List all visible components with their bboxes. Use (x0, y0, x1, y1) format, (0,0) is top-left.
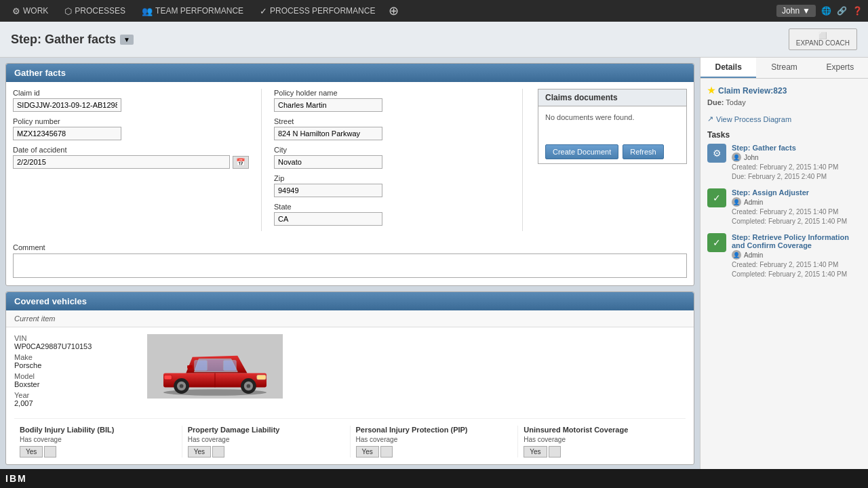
step-dropdown-button[interactable]: ▼ (120, 35, 134, 45)
pip-yes-button[interactable]: Yes (356, 446, 379, 458)
vin-value: WP0CA29887U710153 (14, 342, 136, 350)
state-label: State (274, 203, 510, 211)
create-document-button[interactable]: Create Document (545, 144, 618, 159)
task-gather-facts-name[interactable]: Step: Gather facts (732, 144, 861, 152)
nav-team-performance[interactable]: 👥 TEAM PERFORMANCE (135, 3, 250, 19)
state-input[interactable] (274, 212, 382, 226)
policy-holder-input[interactable] (274, 98, 382, 112)
policy-number-input[interactable] (13, 127, 121, 140)
pdl-title: Property Damage Liability (188, 426, 344, 434)
date-of-accident-input[interactable] (13, 155, 230, 169)
tab-experts[interactable]: Experts (812, 58, 868, 78)
tab-details[interactable]: Details (701, 58, 756, 78)
task-retrieve-policy-name[interactable]: Step: Retrieve Policy Information and Co… (732, 233, 861, 249)
task-retrieve-policy-user: 👤 Admin (732, 250, 861, 260)
pip-no-button[interactable] (380, 446, 393, 458)
nav-work-label: WORK (23, 6, 48, 16)
no-docs-message: No documents were found. (545, 113, 634, 121)
umc-no-button[interactable] (549, 446, 561, 458)
task-gear-icon: ⚙ (707, 144, 726, 163)
pdl-no-button[interactable] (212, 446, 224, 458)
task-check-icon-1: ✓ (707, 188, 726, 207)
bil-no-button[interactable] (44, 446, 56, 458)
task-gather-facts-meta: Created: February 2, 2015 1:40 PM Due: F… (732, 163, 861, 182)
task-retrieve-policy-meta: Created: February 2, 2015 1:40 PM Comple… (732, 260, 861, 279)
zip-input[interactable] (274, 184, 382, 197)
nav-work[interactable]: ⚙ WORK (5, 3, 55, 19)
form-col-1: Claim id Policy number Date of accident … (13, 89, 249, 231)
task-gather-facts: ⚙ Step: Gather facts 👤 John Created: Feb… (707, 144, 861, 182)
pdl-toggle: Yes (188, 446, 344, 458)
pip-sub: Has coverage (356, 436, 513, 443)
task-check-icon-2: ✓ (707, 233, 726, 252)
claim-review-section: ★ Claim Review:823 Due: Today (707, 85, 861, 106)
vehicle-info: VIN WP0CA29887U710153 Make Porsche Model… (14, 334, 136, 410)
task-assign-adjuster-user-name: Admin (744, 199, 763, 206)
date-wrapper: 📅 (13, 155, 249, 169)
task-gather-facts-user: 👤 John (732, 152, 861, 162)
pip-toggle: Yes (356, 446, 513, 458)
divider-2 (522, 89, 523, 231)
link-icon[interactable]: 🔗 (837, 6, 847, 16)
help-icon[interactable]: ❓ (852, 6, 863, 16)
coverage-pip: Personal Injury Protection (PIP) Has cov… (351, 426, 519, 458)
page-header: Step: Gather facts ▼ ⬜ EXPAND COACH (0, 22, 868, 58)
task-assign-adjuster-created: Created: February 2, 2015 1:40 PM (732, 207, 861, 217)
tab-stream[interactable]: Stream (756, 58, 812, 78)
user-menu-button[interactable]: John ▼ (776, 5, 816, 17)
top-navigation: ⚙ WORK ⬡ PROCESSES 👥 TEAM PERFORMANCE ✓ … (0, 0, 868, 22)
umc-yes-button[interactable]: Yes (524, 446, 547, 458)
claim-review-name: Claim Review:823 (718, 86, 787, 96)
refresh-button[interactable]: Refresh (623, 144, 664, 159)
form-col-3: Claims documents No documents were found… (535, 89, 687, 231)
main-layout: Gather facts Claim id Policy number Date… (0, 58, 868, 470)
form-col-2: Policy holder name Street City Zip (274, 89, 510, 231)
globe-icon[interactable]: 🌐 (821, 6, 831, 16)
coverage-row: Bodily Injury Liability (BIL) Has covera… (14, 418, 686, 458)
umc-toggle: Yes (524, 446, 680, 458)
star-icon: ★ (707, 85, 715, 96)
nav-process-performance[interactable]: ✓ PROCESS PERFORMANCE (253, 3, 382, 19)
add-nav-button[interactable]: ⊕ (384, 3, 403, 18)
ibm-bar: IBM (0, 469, 868, 488)
city-input[interactable] (274, 155, 382, 169)
divider-1 (261, 89, 262, 231)
pdl-yes-button[interactable]: Yes (188, 446, 211, 458)
task-retrieve-policy-created: Created: February 2, 2015 1:40 PM (732, 260, 861, 270)
avatar-john: 👤 (732, 152, 741, 162)
bil-yes-button[interactable]: Yes (20, 446, 43, 458)
coverage-pdl: Property Damage Liability Has coverage Y… (182, 426, 351, 458)
gather-facts-section: Gather facts Claim id Policy number Date… (5, 63, 694, 286)
bil-sub: Has coverage (20, 436, 176, 443)
claim-id-input[interactable] (13, 98, 121, 112)
page-title: Step: Gather facts ▼ (11, 33, 134, 47)
task-assign-adjuster-details: Step: Assign Adjuster 👤 Admin Created: F… (732, 188, 861, 226)
nav-processes[interactable]: ⬡ PROCESSES (58, 3, 132, 19)
car-illustration (151, 336, 279, 397)
svg-rect-11 (257, 375, 266, 380)
view-process-label: View Process Diagram (716, 115, 791, 123)
coverage-bil: Bodily Injury Liability (BIL) Has covera… (14, 426, 182, 458)
content-area: Gather facts Claim id Policy number Date… (0, 58, 700, 472)
street-group: Street (274, 117, 510, 140)
expand-coach-label: EXPAND COACH (796, 39, 850, 47)
expand-coach-button[interactable]: ⬜ EXPAND COACH (789, 28, 857, 50)
model-label: Model (14, 372, 136, 380)
policy-holder-label: Policy holder name (274, 89, 510, 97)
claim-id-label: Claim id (13, 89, 249, 97)
task-assign-adjuster-name[interactable]: Step: Assign Adjuster (732, 188, 861, 197)
comment-label: Comment (13, 243, 687, 251)
street-input[interactable] (274, 127, 382, 140)
policy-number-label: Policy number (13, 117, 249, 125)
claims-docs-title: Claims documents (538, 89, 686, 106)
claim-id-group: Claim id (13, 89, 249, 112)
vehicle-top: VIN WP0CA29887U710153 Make Porsche Model… (14, 334, 686, 410)
view-process-link[interactable]: ↗ View Process Diagram (707, 115, 861, 123)
model-field: Model Boxster (14, 372, 136, 388)
comment-textarea[interactable] (13, 253, 687, 278)
calendar-button[interactable]: 📅 (233, 156, 249, 169)
svg-point-6 (180, 384, 184, 388)
task-assign-adjuster-user: 👤 Admin (732, 197, 861, 207)
policy-holder-group: Policy holder name (274, 89, 510, 112)
city-label: City (274, 146, 510, 154)
